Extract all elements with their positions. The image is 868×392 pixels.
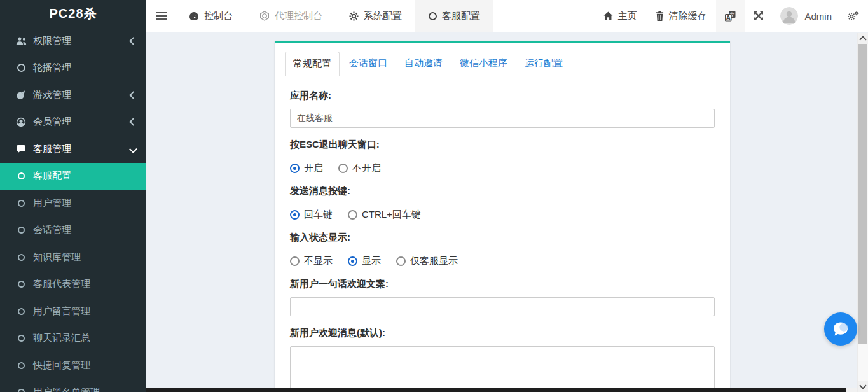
app-name-input[interactable] [290, 109, 715, 128]
radio-label: 不显示 [304, 255, 333, 267]
sidebar-item-label: 客服管理 [33, 143, 71, 155]
sidebar-subitem-chat-logs[interactable]: 聊天记录汇总 [0, 325, 146, 353]
sidebar-subitem-session-mgmt[interactable]: 会话管理 [0, 217, 146, 244]
sidebar-subitem-user-blacklist[interactable]: 用户黑名单管理 [0, 379, 146, 392]
circle-icon [15, 387, 27, 392]
sidebar-subitem-user-mgmt[interactable]: 用户管理 [0, 190, 146, 217]
sidebar-item-label: 会员管理 [33, 116, 71, 128]
radio-option-ctrl-enter[interactable]: CTRL+回车键 [348, 209, 421, 221]
sidebar-subitem-cs-agents[interactable]: 客服代表管理 [0, 271, 146, 298]
circle-icon [15, 279, 27, 290]
translate-button[interactable]: 文 A [716, 0, 745, 32]
sidebar-item-label: 用户管理 [33, 197, 71, 209]
tab-general-config[interactable]: 常规配置 [285, 52, 340, 76]
sidebar-menu: 权限管理 轮播管理 游戏管理 会员管理 [0, 27, 146, 392]
fullscreen-icon [754, 11, 764, 21]
circle-icon [15, 225, 27, 236]
radio-option-enter[interactable]: 回车键 [290, 209, 333, 221]
main-content: 常规配置 会话窗口 自动邀请 微信小程序 运行配置 应用名称: 按ESC退出聊天… [146, 33, 857, 392]
radio-checked-icon [348, 256, 357, 266]
sidebar-item-label: 快捷回复管理 [33, 360, 90, 372]
radio-option-hide[interactable]: 不显示 [290, 255, 333, 267]
tab-chat-window[interactable]: 会话窗口 [341, 52, 395, 76]
chat-fab-button[interactable] [824, 312, 857, 346]
radio-option-show[interactable]: 显示 [348, 255, 381, 267]
scroll-up-button[interactable] [858, 33, 868, 44]
hexagon-icon [259, 11, 270, 21]
sidebar-item-label: 用户黑名单管理 [33, 386, 100, 392]
radio-label: 回车键 [304, 209, 333, 221]
hamburger-icon [156, 10, 167, 22]
field-label: 新用户一句话欢迎文案: [290, 278, 715, 290]
nav-item-system-config[interactable]: 系统配置 [336, 0, 415, 32]
sidebar-subitem-user-messages[interactable]: 用户留言管理 [0, 298, 146, 325]
username[interactable]: Admin [798, 0, 838, 32]
menu-toggle-button[interactable] [146, 0, 176, 32]
users-icon [15, 35, 27, 46]
horizontal-scrollbar-thumb[interactable] [146, 388, 846, 392]
user-avatar-icon [780, 7, 798, 25]
radio-option-esc-off[interactable]: 不开启 [338, 162, 381, 174]
sidebar-item-label: 客服配置 [33, 170, 71, 182]
avatar[interactable] [780, 7, 798, 25]
gear-icon [349, 11, 359, 21]
radio-unchecked-icon [348, 210, 357, 220]
sidebar-item-games[interactable]: 游戏管理 [0, 81, 146, 109]
sidebar-item-members[interactable]: 会员管理 [0, 109, 146, 136]
sidebar-item-label: 知识库管理 [33, 251, 81, 263]
circle-icon [15, 251, 27, 263]
tab-auto-invite[interactable]: 自动邀请 [397, 52, 450, 76]
nav-item-console[interactable]: 控制台 [176, 0, 246, 32]
chevron-left-icon [129, 91, 137, 99]
sidebar-item-permissions[interactable]: 权限管理 [0, 27, 146, 55]
field-send-key: 发送消息按键: 回车键 CTRL+回车键 [290, 185, 715, 221]
circle-icon [15, 197, 27, 209]
nav-item-agent-console[interactable]: 代理控制台 [246, 0, 336, 32]
nav-item-label: 控制台 [204, 10, 233, 22]
sidebar-item-label: 会话管理 [33, 224, 71, 236]
general-config-form: 应用名称: 按ESC退出聊天窗口: 开启 不开启 [275, 76, 730, 392]
circle-icon [15, 360, 27, 371]
navbar-right: 主页 清除缓存 文 A [594, 0, 868, 32]
scroll-down-button[interactable] [858, 381, 868, 392]
welcome-line-input[interactable] [290, 297, 715, 316]
welcome-message-textarea[interactable] [290, 346, 715, 392]
radio-label: 不开启 [352, 162, 381, 174]
radio-label: 仅客服显示 [410, 255, 458, 267]
radio-option-cs-only[interactable]: 仅客服显示 [396, 255, 458, 267]
tab-runtime-config[interactable]: 运行配置 [517, 52, 570, 76]
field-welcome-message: 新用户欢迎消息(默认): 自动发送给新用户的消息，客服代表的欢迎语留空时，使用此… [290, 327, 715, 392]
sidebar-subitem-quick-replies[interactable]: 快捷回复管理 [0, 352, 146, 379]
vertical-scrollbar-thumb[interactable] [858, 44, 867, 344]
home-link[interactable]: 主页 [594, 0, 646, 32]
radio-group-typing-status: 不显示 显示 仅客服显示 [290, 255, 715, 267]
sidebar-item-carousel[interactable]: 轮播管理 [0, 55, 146, 82]
circle-icon [15, 333, 27, 344]
clear-cache-button[interactable]: 清除缓存 [646, 0, 716, 32]
settings-card: 常规配置 会话窗口 自动邀请 微信小程序 运行配置 应用名称: 按ESC退出聊天… [275, 41, 730, 392]
sidebar-subitem-knowledge-base[interactable]: 知识库管理 [0, 244, 146, 271]
fullscreen-button[interactable] [745, 0, 773, 32]
radio-label: 开启 [304, 162, 323, 174]
tab-wechat-miniprogram[interactable]: 微信小程序 [452, 52, 515, 76]
chevron-left-icon [129, 118, 137, 126]
chat-bubble-icon [830, 319, 851, 339]
sidebar-subitem-cs-config[interactable]: 客服配置 [0, 163, 146, 190]
bomb-icon [15, 89, 27, 101]
chevron-up-icon [859, 36, 866, 43]
circle-icon [15, 62, 27, 74]
settings-cogs-button[interactable] [838, 0, 868, 32]
sidebar-item-label: 游戏管理 [33, 89, 71, 101]
sidebar-item-label: 轮播管理 [33, 62, 71, 74]
translate-icon: 文 A [725, 11, 736, 22]
radio-group-send-key: 回车键 CTRL+回车键 [290, 209, 715, 221]
sidebar-item-label: 权限管理 [33, 35, 71, 47]
sidebar-item-customer-service[interactable]: 客服管理 [0, 136, 146, 163]
tab-bar: 常规配置 会话窗口 自动邀请 微信小程序 运行配置 [285, 52, 720, 76]
nav-item-cs-config[interactable]: 客服配置 [415, 0, 493, 32]
field-label: 按ESC退出聊天窗口: [290, 139, 715, 151]
nav-item-label: 系统配置 [364, 10, 402, 22]
circle-icon [429, 12, 437, 20]
radio-option-esc-on[interactable]: 开启 [290, 162, 323, 174]
sidebar-item-label: 聊天记录汇总 [33, 332, 90, 344]
